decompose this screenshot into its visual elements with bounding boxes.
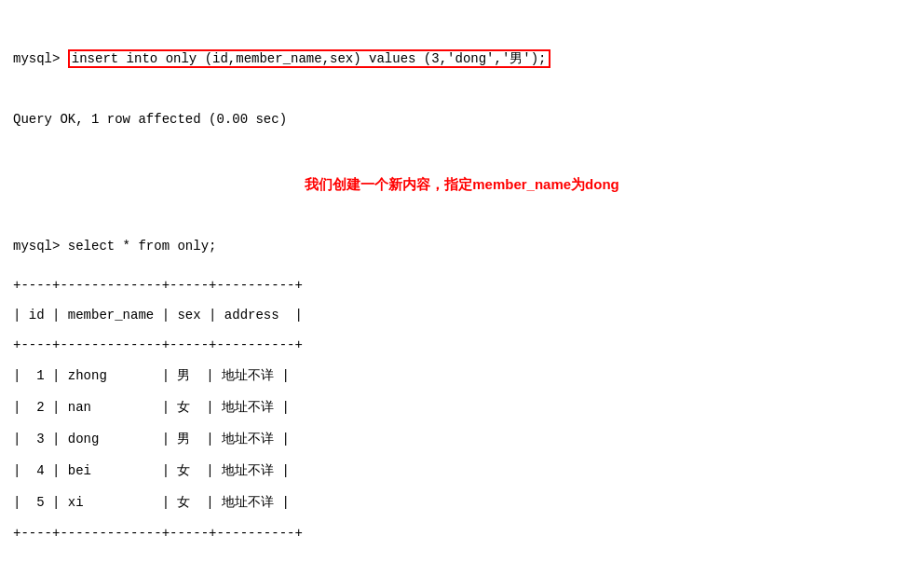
line-query-ok1: Query OK, 1 row affected (0.00 sec) xyxy=(13,110,911,130)
command1: insert into only (id,member_name,sex) va… xyxy=(68,49,550,68)
table-line: | id | member_name | sex | address | xyxy=(13,308,911,323)
table-line: +----+-------------+-----+----------+ xyxy=(13,337,911,352)
table-line: +----+-------------+-----+----------+ xyxy=(13,526,911,541)
terminal-output2: 5 rows in set (0.00 sec) mysql> insert i… xyxy=(13,556,911,564)
terminal-output: mysql> insert into only (id,member_name,… xyxy=(13,9,911,278)
prompt1: mysql> xyxy=(13,51,68,66)
table-line: | 4 | bei | 女 | 地址不详 | xyxy=(13,462,911,479)
table-line: | 1 | zhong | 男 | 地址不详 | xyxy=(13,367,911,384)
select-cmd: select * from only; xyxy=(68,239,217,254)
prompt2: mysql> xyxy=(13,239,68,254)
table-line: | 2 | nan | 女 | 地址不详 | xyxy=(13,399,911,416)
table-line: +----+-------------+-----+----------+ xyxy=(13,278,911,293)
table-line: | 5 | xi | 女 | 地址不详 | xyxy=(13,494,911,511)
line-insert1: mysql> insert into only (id,member_name,… xyxy=(13,49,911,70)
annotation-create: 我们创建一个新内容，指定member_name为dong xyxy=(13,173,911,195)
table-output: +----+-------------+-----+----------+ | … xyxy=(13,278,911,556)
table-line: | 3 | dong | 男 | 地址不详 | xyxy=(13,431,911,447)
line-select: mysql> select * from only; xyxy=(13,237,911,257)
